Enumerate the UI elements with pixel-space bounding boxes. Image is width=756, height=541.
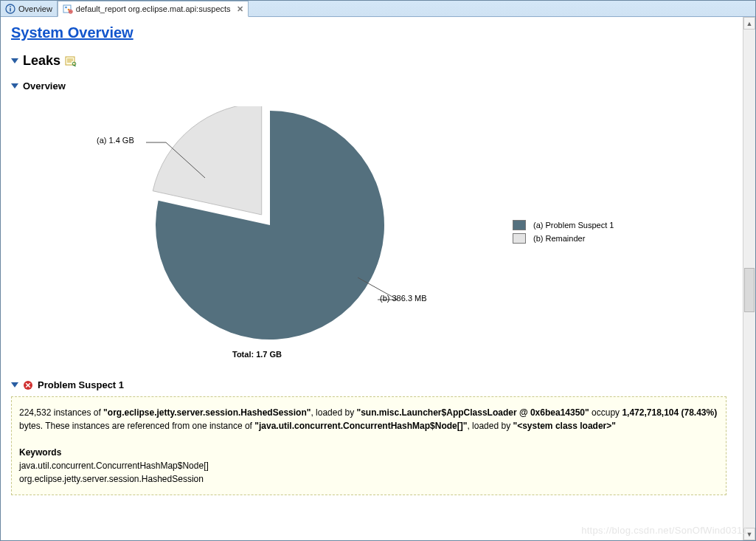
svg-rect-2 <box>10 6 11 7</box>
problem-suspect-box: 224,532 instances of "org.eclipse.jetty.… <box>11 396 726 495</box>
callout-b: (b) 386.3 MB <box>380 294 427 303</box>
info-icon <box>5 4 15 14</box>
suspect-instances: 224,532 <box>19 407 51 418</box>
legend-swatch <box>513 220 526 230</box>
leader-lines <box>11 106 527 372</box>
close-icon[interactable]: ✕ <box>237 4 243 14</box>
legend-item-a: (a) Problem Suspect 1 <box>513 220 614 230</box>
section-problem-suspect[interactable]: Problem Suspect 1 <box>11 379 735 390</box>
pie-chart: (a) 1.4 GB (b) 386.3 MB Total: 1.7 GB (a… <box>11 106 735 372</box>
scroll-down-arrow[interactable]: ▼ <box>743 528 755 540</box>
report-icon <box>65 56 77 66</box>
tab-default-report[interactable]: default_report org.eclipse.mat.api:suspe… <box>58 1 249 17</box>
suspect-bytes: 1,472,718,104 (78.43%) <box>622 407 717 418</box>
app-window: Overview default_report org.eclipse.mat.… <box>0 0 756 541</box>
pie-total: Total: 1.7 GB <box>232 350 282 359</box>
callout-a: (a) 1.4 GB <box>97 136 134 145</box>
suspect-loader-1: sun.misc.Launcher$AppClassLoader @ 0x6be… <box>361 407 585 418</box>
section-overview[interactable]: Overview <box>11 80 735 92</box>
legend-swatch <box>513 233 526 244</box>
vertical-scrollbar[interactable]: ▲ ▼ <box>743 17 755 540</box>
keyword-2: org.eclipse.jetty.server.session.HashedS… <box>19 472 718 486</box>
problem-suspect-heading: Problem Suspect 1 <box>38 379 124 390</box>
legend: (a) Problem Suspect 1 (b) Remainder <box>513 217 614 247</box>
suspect-ref-class: java.util.concurrent.ConcurrentHashMap$N… <box>259 421 463 431</box>
content-area: System Overview Leaks Overview <box>1 17 743 540</box>
scroll-up-arrow[interactable]: ▲ <box>743 17 755 30</box>
scroll-thumb[interactable] <box>744 268 755 312</box>
section-leaks[interactable]: Leaks <box>11 53 735 69</box>
suspect-loader-2: <system class loader> <box>517 421 611 431</box>
keywords-label: Keywords <box>19 447 61 458</box>
leaks-heading: Leaks <box>23 53 60 69</box>
legend-label: (b) Remainder <box>533 234 585 243</box>
report-icon <box>63 4 73 14</box>
legend-label: (a) Problem Suspect 1 <box>533 221 614 230</box>
suspect-paragraph: 224,532 instances of "org.eclipse.jetty.… <box>19 406 718 433</box>
tab-overview[interactable]: Overview <box>1 1 58 16</box>
chevron-down-icon <box>11 58 18 63</box>
chevron-down-icon <box>11 83 18 89</box>
overview-heading: Overview <box>23 80 66 92</box>
svg-rect-1 <box>10 8 11 12</box>
tab-bar: Overview default_report org.eclipse.mat.… <box>1 1 755 17</box>
tab-label: default_report org.eclipse.mat.api:suspe… <box>76 4 231 13</box>
suspect-class: org.eclipse.jetty.server.session.HashedS… <box>108 407 307 418</box>
chevron-down-icon <box>11 382 18 387</box>
content-wrap: System Overview Leaks Overview <box>1 17 755 540</box>
error-icon <box>23 380 33 390</box>
tab-label: Overview <box>18 4 52 13</box>
system-overview-link[interactable]: System Overview <box>11 24 133 41</box>
keyword-1: java.util.concurrent.ConcurrentHashMap$N… <box>19 459 718 472</box>
legend-item-b: (b) Remainder <box>513 233 614 244</box>
svg-point-4 <box>65 7 67 9</box>
